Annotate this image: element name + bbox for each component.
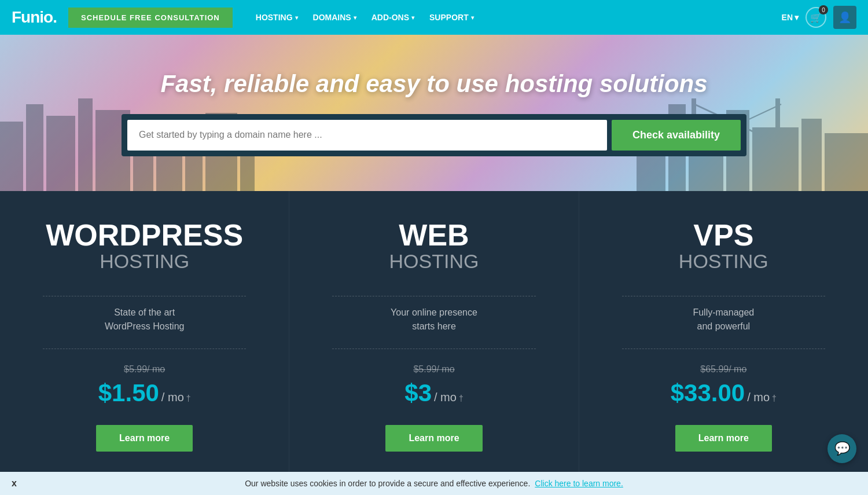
vps-hosting-card: VPS HOSTING Fully-managed and powerful $… [579, 191, 868, 475]
search-box: Check availability [122, 114, 746, 156]
lang-dropdown-icon: ▾ [795, 13, 799, 22]
check-availability-button[interactable]: Check availability [612, 120, 741, 151]
vps-price-unit: / mo [747, 391, 770, 404]
web-card-desc: Your online presence starts here [391, 306, 477, 333]
vps-original-price: $65.99/ mo [700, 364, 746, 375]
wordpress-price-unit: / mo [161, 391, 184, 404]
hero-title: Fast, reliable and easy to use hosting s… [12, 70, 856, 98]
web-card-title-light: HOSTING [389, 250, 479, 273]
web-original-price: $5.99/ mo [413, 364, 454, 375]
nav-domains[interactable]: DOMAINS ▾ [307, 8, 362, 27]
web-card-divider [332, 296, 535, 296]
web-price-sup: † [459, 394, 464, 403]
vps-card-desc: Fully-managed and powerful [693, 306, 754, 333]
addons-dropdown-icon: ▾ [411, 14, 414, 21]
wordpress-card-title-light: HOSTING [100, 250, 189, 273]
navbar-right: EN ▾ 🛒 0 👤 [782, 6, 856, 29]
cart-badge: 0 [819, 5, 828, 14]
vps-price: $33.00 [671, 379, 745, 407]
web-hosting-card: WEB HOSTING Your online presence starts … [289, 191, 579, 475]
vps-learn-more-button[interactable]: Learn more [675, 425, 772, 452]
nav-addons[interactable]: ADD-ONS ▾ [366, 8, 420, 27]
schedule-consultation-button[interactable]: SCHEDULE FREE CONSULTATION [68, 8, 233, 28]
chat-widget[interactable]: 💬 [827, 434, 856, 463]
vps-price-sup: † [772, 394, 777, 403]
wordpress-learn-more-button[interactable]: Learn more [96, 425, 193, 452]
wordpress-price-row: $1.50 / mo † [98, 379, 191, 407]
web-price-unit: / mo [434, 391, 457, 404]
wordpress-price: $1.50 [98, 379, 159, 407]
domain-search-input[interactable] [127, 120, 607, 151]
wordpress-hosting-card: WORDPRESS HOSTING State of the art WordP… [0, 191, 289, 475]
vps-card-divider-2 [622, 349, 825, 349]
cart-button[interactable]: 🛒 0 [806, 7, 826, 28]
vps-card-title-light: HOSTING [679, 250, 768, 273]
support-dropdown-icon: ▾ [471, 14, 474, 21]
logo[interactable]: Funio. [12, 8, 57, 27]
hero-content: Fast, reliable and easy to use hosting s… [0, 58, 868, 168]
nav-support[interactable]: SUPPORT ▾ [424, 8, 480, 27]
web-learn-more-button[interactable]: Learn more [385, 425, 482, 452]
user-icon: 👤 [838, 11, 851, 24]
vps-card-divider [622, 296, 825, 296]
web-price: $3 [404, 379, 432, 407]
user-account-button[interactable]: 👤 [833, 6, 856, 29]
web-card-title-bold: WEB [399, 220, 469, 250]
wordpress-card-divider-2 [43, 349, 246, 349]
language-selector[interactable]: EN ▾ [782, 13, 799, 22]
cookie-bar: x Our website uses cookies in order to p… [0, 472, 868, 475]
chat-icon: 💬 [834, 441, 850, 456]
cart-icon: 🛒 [810, 12, 822, 23]
wordpress-original-price: $5.99/ mo [124, 364, 165, 375]
wordpress-card-divider [43, 296, 246, 296]
nav-links: HOSTING ▾ DOMAINS ▾ ADD-ONS ▾ SUPPORT ▾ [250, 8, 782, 27]
vps-price-row: $33.00 / mo † [671, 379, 777, 407]
vps-card-title-bold: VPS [693, 220, 753, 250]
domains-dropdown-icon: ▾ [354, 14, 356, 21]
hero-section: Fast, reliable and easy to use hosting s… [0, 35, 868, 191]
wordpress-price-sup: † [186, 394, 191, 403]
wordpress-card-desc: State of the art WordPress Hosting [105, 306, 185, 333]
hosting-dropdown-icon: ▾ [295, 14, 298, 21]
nav-hosting[interactable]: HOSTING ▾ [250, 8, 304, 27]
web-price-row: $3 / mo † [404, 379, 463, 407]
hosting-cards-section: WORDPRESS HOSTING State of the art WordP… [0, 191, 868, 475]
web-card-divider-2 [332, 349, 535, 349]
navbar: Funio. SCHEDULE FREE CONSULTATION HOSTIN… [0, 0, 868, 35]
wordpress-card-title-bold: WORDPRESS [46, 220, 243, 250]
